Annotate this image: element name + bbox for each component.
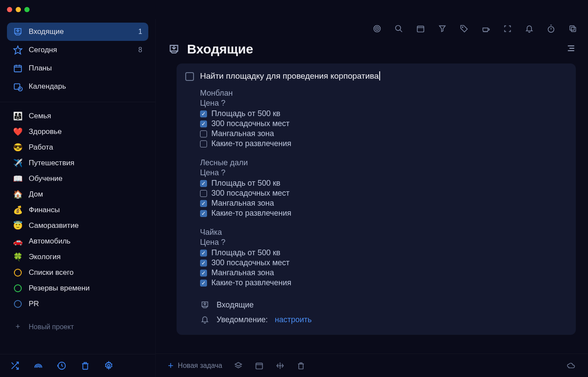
checklist-label: Площадь от 500 кв <box>211 179 281 188</box>
window-close-button[interactable] <box>7 7 12 12</box>
new-task-button[interactable]: + Новая задача <box>168 360 222 371</box>
page-menu-icon[interactable] <box>566 43 576 55</box>
date-icon[interactable] <box>254 361 264 370</box>
sidebar-project-item[interactable]: 😎Работа <box>7 140 148 155</box>
filter-icon[interactable] <box>438 24 447 33</box>
checklist-row[interactable]: 300 посадочных мест <box>200 188 567 198</box>
bell-meta-icon <box>200 315 210 324</box>
task-list-row[interactable]: Входящие <box>200 297 567 312</box>
coffee-icon[interactable] <box>481 24 491 33</box>
checklist-checkbox[interactable] <box>200 130 207 137</box>
venue-block: МонбланЦена ?Площадь от 500 кв300 посадо… <box>200 89 567 149</box>
checklist-row[interactable]: Какие-то развлечения <box>200 278 567 288</box>
venue-price: Цена ? <box>200 238 567 247</box>
fullscreen-icon[interactable] <box>503 24 512 33</box>
svg-rect-13 <box>570 26 574 30</box>
checklist-row[interactable]: 300 посадочных мест <box>200 119 567 129</box>
svg-rect-9 <box>418 26 424 32</box>
sidebar-item-label: Планы <box>29 64 52 73</box>
project-label: Путешествия <box>29 159 74 167</box>
copy-icon[interactable] <box>568 24 578 33</box>
checklist-checkbox[interactable] <box>200 250 207 257</box>
layers-icon[interactable] <box>234 361 243 370</box>
calendar-toolbar-icon[interactable] <box>416 24 425 33</box>
checklist-label: Какие-то развлечения <box>211 209 291 218</box>
sidebar-item-label: Сегодня <box>29 46 57 54</box>
window-maximize-button[interactable] <box>24 7 30 12</box>
sidebar-project-item[interactable]: ✈️Путешествия <box>7 155 148 171</box>
project-label: Здоровье <box>29 127 62 136</box>
stopwatch-icon[interactable] <box>546 24 556 33</box>
sidebar-item-inbox[interactable]: Входящие 1 <box>7 23 148 41</box>
checklist-checkbox[interactable] <box>200 120 207 127</box>
sidebar-project-item[interactable]: 🏠Дом <box>7 187 148 202</box>
settings-icon[interactable] <box>104 360 114 371</box>
search-icon[interactable] <box>394 24 404 33</box>
sidebar-project-item[interactable]: Резервы времени <box>7 280 148 296</box>
checklist-row[interactable]: Какие-то развлечения <box>200 208 567 218</box>
target-icon[interactable] <box>372 24 382 33</box>
project-emoji-icon: 💰 <box>13 205 23 215</box>
checklist-label: Мангальная зона <box>211 129 274 138</box>
sidebar-item-calendar[interactable]: Календарь <box>7 77 148 96</box>
window-titlebar <box>0 0 588 19</box>
project-emoji-icon: 📖 <box>13 174 23 183</box>
sidebar-project-item[interactable]: ❤️Здоровье <box>7 124 148 140</box>
task-checkbox[interactable] <box>185 72 194 81</box>
checklist-row[interactable]: Площадь от 500 кв <box>200 178 567 188</box>
checklist-row[interactable]: Площадь от 500 кв <box>200 248 567 258</box>
sidebar-project-item[interactable]: 😇Саморазвитие <box>7 218 148 234</box>
bell-icon[interactable] <box>525 24 534 33</box>
bottom-toolbar: + Новая задача <box>156 354 588 377</box>
task-card[interactable]: Найти площадку для проведения корпоратив… <box>177 63 576 335</box>
sidebar-project-item[interactable]: PR <box>7 296 148 312</box>
svg-rect-12 <box>571 27 576 32</box>
calendar-clock-icon <box>13 82 23 91</box>
sidebar-project-item[interactable]: Списки всего <box>7 265 148 280</box>
project-emoji-icon: 🏠 <box>13 190 23 199</box>
move-icon[interactable] <box>275 361 285 370</box>
checklist-row[interactable]: Мангальная зона <box>200 268 567 278</box>
archive-icon[interactable] <box>296 361 306 370</box>
project-emoji-icon: ✈️ <box>13 158 23 168</box>
checklist-checkbox[interactable] <box>200 190 207 197</box>
rainbow-icon[interactable] <box>33 360 43 371</box>
tag-icon[interactable] <box>459 24 469 33</box>
checklist-row[interactable]: 300 посадочных мест <box>200 258 567 268</box>
sidebar-project-item[interactable]: 👨‍👩‍👧Семья <box>7 108 148 124</box>
sidebar-item-plans[interactable]: Планы <box>7 59 148 77</box>
sidebar-item-today[interactable]: Сегодня 8 <box>7 41 148 59</box>
checklist-checkbox[interactable] <box>200 110 207 117</box>
checklist-checkbox[interactable] <box>200 140 207 147</box>
checklist-label: Мангальная зона <box>211 268 274 277</box>
checklist-label: Площадь от 500 кв <box>211 109 281 118</box>
checklist-checkbox[interactable] <box>200 200 207 207</box>
project-label: Работа <box>29 143 53 152</box>
checklist-row[interactable]: Мангальная зона <box>200 129 567 139</box>
checklist-row[interactable]: Площадь от 500 кв <box>200 109 567 119</box>
cloud-sync-icon[interactable] <box>566 361 576 370</box>
sidebar-project-item[interactable]: 🚗Автомобиль <box>7 234 148 249</box>
checklist-checkbox[interactable] <box>200 280 207 287</box>
checklist-checkbox[interactable] <box>200 180 207 187</box>
main-content: Входящие Найти площадку для проведения к… <box>156 19 588 377</box>
project-emoji-icon: 😇 <box>13 221 23 230</box>
task-notes[interactable]: МонбланЦена ?Площадь от 500 кв300 посадо… <box>200 89 567 288</box>
checklist-row[interactable]: Какие-то развлечения <box>200 139 567 149</box>
history-icon[interactable] <box>57 360 67 371</box>
shuffle-icon[interactable] <box>10 360 20 371</box>
new-project-button[interactable]: + Новый проект <box>7 319 148 335</box>
trash-icon[interactable] <box>80 360 90 371</box>
checklist-checkbox[interactable] <box>200 260 207 267</box>
notification-configure-link[interactable]: настроить <box>275 315 312 324</box>
sidebar-project-item[interactable]: 🍀Экология <box>7 249 148 265</box>
sidebar-project-item[interactable]: 📖Обучение <box>7 171 148 187</box>
window-minimize-button[interactable] <box>16 7 21 12</box>
task-notification-row[interactable]: Уведомление: настроить <box>200 312 567 327</box>
checklist-checkbox[interactable] <box>200 270 207 277</box>
task-title-input[interactable]: Найти площадку для проведения корпоратив… <box>200 71 380 81</box>
checklist-row[interactable]: Мангальная зона <box>200 198 567 208</box>
sidebar-project-item[interactable]: 💰Финансы <box>7 202 148 218</box>
venue-name: Чайка <box>200 228 567 237</box>
checklist-checkbox[interactable] <box>200 210 207 217</box>
